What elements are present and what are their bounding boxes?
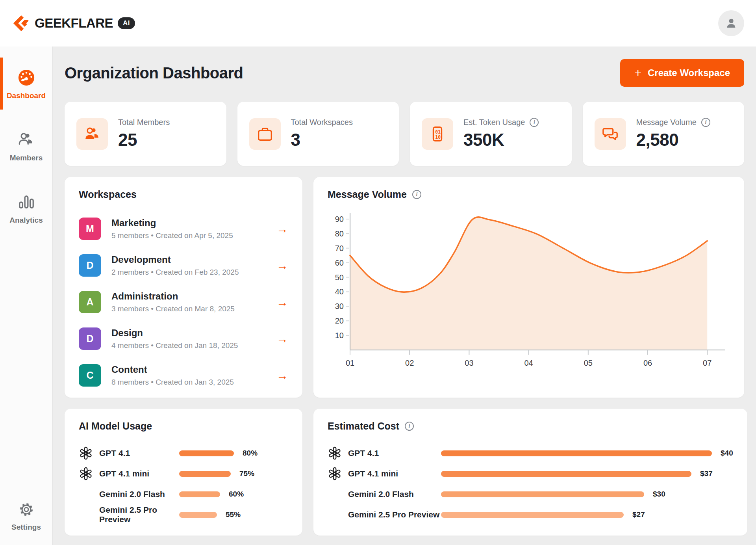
model-bar [441,450,712,456]
model-bar [179,512,217,518]
sidebar-item-dashboard[interactable]: Dashboard [0,58,52,110]
gemini-icon [79,487,93,501]
workspace-name: Development [111,254,239,265]
sidebar-spacer [0,234,52,479]
arrow-right-icon[interactable]: → [276,296,288,308]
chart-area-fill [350,217,707,350]
ai-model-usage-title: AI Model Usage [79,420,152,432]
model-bar [441,491,644,497]
workspace-name: Administration [111,291,235,302]
ai-model-usage-rows: GPT 4.180% GPT 4.1 mini75% Gemini 2.0 Fl… [79,443,288,525]
arrow-right-icon[interactable]: → [276,370,288,381]
arrow-right-icon[interactable]: → [276,260,288,272]
stat-value: 350K [463,130,539,150]
ai-model-usage-card: AI Model Usage GPT 4.180% GPT 4.1 mini75… [65,409,302,536]
create-workspace-label: Create Workspace [648,67,730,78]
x-axis-tick-label: 07 [703,359,712,367]
workspace-meta: 2 members • Created on Feb 23, 2025 [111,268,239,277]
y-axis-tick-label: 60 [335,259,344,267]
model-row-gemini-2-5-pro-preview: Gemini 2.5 Pro Preview$27 [328,504,733,525]
briefcase-icon [256,125,274,143]
stat-icon-box [76,118,108,150]
create-workspace-button[interactable]: + Create Workspace [620,59,744,87]
model-name: GPT 4.1 mini [99,469,149,478]
y-axis-tick-label: 70 [335,244,344,253]
workspace-name: Design [111,327,238,339]
user-avatar[interactable] [718,10,744,36]
model-value: 60% [229,490,244,498]
stat-icon-box [249,118,281,150]
workspaces-title: Workspaces [79,189,288,200]
estimated-cost-rows: GPT 4.1$40 GPT 4.1 mini$37 Gemini 2.0 Fl… [328,443,733,525]
y-axis-tick-label: 80 [335,229,344,238]
workspace-item-development[interactable]: DDevelopment2 members • Created on Feb 2… [79,247,288,284]
openai-icon [79,446,93,460]
workspace-item-design[interactable]: DDesign4 members • Created on Jan 18, 20… [79,320,288,357]
sidebar-item-settings[interactable]: Settings [0,490,52,541]
x-axis-tick-label: 05 [584,359,593,367]
sidebar-item-label: Analytics [9,216,43,225]
workspace-item-content[interactable]: CContent8 members • Created on Jan 3, 20… [79,357,288,394]
workspace-item-administration[interactable]: AAdministration3 members • Created on Ma… [79,284,288,320]
plus-icon: + [634,67,641,79]
x-axis-tick-label: 02 [405,359,414,367]
workspace-name: Marketing [111,218,233,229]
stat-icon-box [595,118,626,150]
message-volume-chart-title: Message Volume [328,189,407,200]
stat-card-total-workspaces: Total Workspaces3 [237,102,399,166]
sidebar-item-label: Dashboard [7,91,46,100]
info-icon[interactable]: i [405,422,414,431]
workspace-item-marketing[interactable]: MMarketing5 members • Created on Apr 5, … [79,210,288,247]
stat-label: Total Members [118,118,170,127]
model-name: Gemini 2.0 Flash [99,489,165,499]
gauge-icon [17,69,35,87]
y-axis-tick-label: 30 [335,302,344,311]
analytics-icon [17,193,35,211]
gemini-icon [328,487,341,501]
info-icon[interactable]: i [530,118,539,127]
workspace-name: Content [111,364,234,375]
model-row-gpt-4-1: GPT 4.180% [79,443,288,463]
brand-logo: GEEKFLARE AI [12,14,135,32]
brand-name: GEEKFLARE [35,16,113,31]
sidebar-item-members[interactable]: Members [0,120,52,172]
stat-value: 3 [291,130,353,150]
workspaces-list: MMarketing5 members • Created on Apr 5, … [79,210,288,394]
gemini-icon [79,508,93,521]
sidebar-item-analytics[interactable]: Analytics [0,182,52,234]
message-volume-chart: 10203040506070809001020304050607 [328,207,730,381]
workspace-meta: 5 members • Created on Apr 5, 2025 [111,231,233,240]
main-content: Organization Dashboard + Create Workspac… [53,47,756,545]
model-value: 80% [243,449,258,458]
workspace-meta: 3 members • Created on Mar 8, 2025 [111,305,235,313]
stats-row: Total Members25 Total Workspaces3 01 10 … [65,102,744,166]
model-name: GPT 4.1 mini [348,469,398,478]
model-bar [441,471,691,477]
stat-card-message-volume: Message Volumei2,580 [583,102,745,166]
stat-label: Est. Token Usage [463,118,525,127]
model-value: $30 [653,490,665,498]
model-row-gemini-2-5-pro-preview: Gemini 2.5 Pro Preview55% [79,504,288,525]
arrow-right-icon[interactable]: → [276,223,288,235]
stat-label: Message Volume [636,118,697,127]
workspace-initial-badge: D [79,254,101,277]
model-name: GPT 4.1 [348,448,379,458]
stat-icon-box: 01 10 [422,118,453,150]
model-name: GPT 4.1 [99,448,130,458]
gemini-icon [328,508,342,521]
model-value: $37 [700,469,713,478]
model-value: 55% [226,510,241,519]
estimated-cost-title: Estimated Cost [328,420,399,432]
info-icon[interactable]: i [701,118,710,127]
stat-value: 25 [118,130,170,150]
y-axis-tick-label: 90 [335,215,344,223]
chat-icon [601,125,619,143]
x-axis-tick-label: 03 [465,359,473,367]
gemini-icon [328,508,341,521]
info-icon[interactable]: i [412,190,421,199]
model-value: 75% [239,469,254,478]
sidebar: Dashboard Members Analytics Settings [0,47,53,545]
arrow-right-icon[interactable]: → [276,333,288,345]
stat-value: 2,580 [636,130,710,150]
model-row-gemini-2-0-flash: Gemini 2.0 Flash$30 [328,484,733,504]
